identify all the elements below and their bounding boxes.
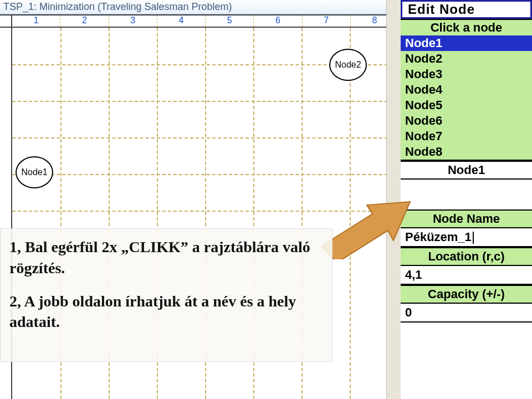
location-input[interactable]: 4,1	[401, 266, 532, 285]
list-item[interactable]: Node2	[401, 51, 532, 66]
list-item[interactable]: Node5	[401, 98, 532, 113]
instruction-line-1: 1, Bal egérfül 2x „CLIKK” a rajztáblára …	[9, 237, 323, 279]
canvas-node-node1[interactable]: Node1	[16, 156, 53, 188]
gridline-h	[12, 137, 399, 139]
row-header-stub	[0, 16, 12, 27]
canvas-node-label: Node2	[335, 60, 361, 70]
gridline-h	[12, 101, 399, 102]
capacity-label: Capacity (+/-)	[401, 285, 532, 304]
location-label: Location (r,c)	[401, 247, 532, 266]
grid-column-header: 1 2 3 4 5 6 7 8	[0, 14, 399, 28]
col-2: 2	[60, 16, 109, 27]
capacity-input[interactable]: 0	[401, 304, 532, 323]
list-item[interactable]: Node8	[401, 144, 532, 160]
col-7: 7	[303, 16, 351, 27]
canvas-node-label: Node1	[21, 167, 47, 177]
selected-node-label: Node1	[401, 161, 532, 180]
gridline-h	[12, 174, 399, 175]
list-item[interactable]: Node7	[401, 129, 532, 144]
node-name-label: Node Name	[401, 209, 532, 228]
window-title-bar: TSP_1: Minimization (Traveling Salesman …	[0, 0, 399, 14]
instruction-callout: 1, Bal egérfül 2x „CLIKK” a rajztáblára …	[0, 228, 332, 362]
panel-spacer	[401, 180, 532, 209]
svg-marker-0	[321, 202, 410, 259]
col-3: 3	[109, 16, 157, 27]
canvas-node-node2[interactable]: Node2	[329, 49, 367, 81]
col-4: 4	[157, 16, 206, 27]
list-item[interactable]: Node6	[401, 113, 532, 129]
panel-subtitle: Click a node	[401, 19, 532, 35]
list-item[interactable]: Node1	[401, 35, 532, 51]
list-item[interactable]: Node3	[401, 66, 532, 82]
col-6: 6	[254, 16, 302, 27]
edit-node-panel: Edit Node Click a node Node1 Node2 Node3…	[399, 0, 532, 399]
instruction-line-2: 2, A jobb oldalon írhatjuk át a név és a…	[9, 291, 323, 333]
panel-title: Edit Node	[401, 0, 532, 19]
window-title: TSP_1: Minimization (Traveling Salesman …	[3, 1, 232, 12]
node-listbox[interactable]: Node1 Node2 Node3 Node4 Node5 Node6 Node…	[401, 35, 532, 160]
node-name-input[interactable]: Péküzem_1	[401, 228, 532, 247]
list-item[interactable]: Node4	[401, 82, 532, 98]
col-5: 5	[206, 16, 254, 27]
col-1: 1	[12, 16, 60, 27]
